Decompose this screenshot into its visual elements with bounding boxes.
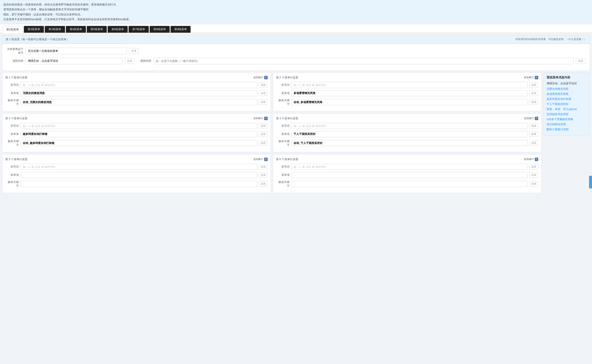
checkbox-3[interactable] bbox=[264, 117, 268, 120]
keyword-input-4[interactable] bbox=[291, 140, 528, 146]
tab-4[interactable]: 第4组菜单 bbox=[66, 26, 86, 33]
add-newline-1[interactable]: 追加换行 bbox=[253, 76, 268, 79]
menu-card-header-4: 第 4 个菜单行设置 追加换行 bbox=[276, 117, 538, 120]
name-field-badge: 必填 bbox=[129, 48, 139, 54]
prefix-input-1[interactable] bbox=[20, 82, 257, 88]
prefix-label-5: 前导词 bbox=[5, 165, 19, 169]
menuitem-input-2[interactable] bbox=[291, 90, 528, 96]
keyword-input-2[interactable] bbox=[291, 99, 528, 105]
menu-card-title-3: 第 3 个菜单行设置 bbox=[5, 117, 27, 120]
preview-item-9[interactable]: 酷炫大屏接口定制 bbox=[547, 128, 587, 131]
preview-item-6[interactable]: 支持超多消息类型 bbox=[547, 112, 587, 116]
prefix-badge-5: 选填 bbox=[259, 164, 268, 169]
preview-top-text: 增强互动，点击蓝字试试 bbox=[547, 82, 587, 85]
tab-5[interactable]: 第5组菜单 bbox=[87, 26, 107, 33]
keyword-row-1: 触发关键字 选填 bbox=[5, 98, 268, 106]
preview-item-8[interactable]: 强大的粉丝管理 bbox=[547, 123, 587, 126]
tab-8[interactable]: 第8组菜单 bbox=[150, 26, 170, 33]
name-field-label: 为本菜单起个名字 bbox=[7, 47, 23, 55]
menu-card-title-2: 第 2 个菜单行设置 bbox=[276, 76, 298, 79]
checkbox-6[interactable] bbox=[535, 158, 538, 161]
prefix-input-6[interactable] bbox=[291, 164, 528, 170]
bottom-content-label: 底部内容 bbox=[136, 59, 151, 63]
prefix-row-2: 前导词 选填 bbox=[276, 82, 538, 88]
tab-6[interactable]: 第6组菜单 bbox=[108, 26, 128, 33]
keyword-input-6[interactable] bbox=[291, 181, 528, 187]
menu-card-header-2: 第 2 个菜单行设置 追加换行 bbox=[276, 76, 538, 79]
keyword-label-6: 触发关键字 bbox=[276, 180, 289, 188]
menuitem-label-1: 菜单项 bbox=[5, 91, 19, 95]
keyword-input-1[interactable] bbox=[20, 99, 257, 105]
menuitem-badge-6: 必填 bbox=[529, 172, 538, 178]
menu-card-4: 第 4 个菜单行设置 追加换行 前导词 选填 菜单项 必填 触发关键字 选填 bbox=[273, 113, 542, 152]
prefix-label-4: 前导词 bbox=[276, 124, 289, 128]
tab-7[interactable]: 第7组菜单 bbox=[128, 26, 148, 33]
name-field-input[interactable] bbox=[26, 48, 127, 54]
menu-card-header-5: 第 5 个菜单行设置 追加换行 bbox=[5, 157, 268, 161]
keyword-badge-4: 选填 bbox=[529, 140, 538, 146]
bottom-content-input[interactable] bbox=[154, 58, 574, 64]
preview-col: 预览菜单消息内容 增强互动，点击蓝字试试 无限次的推送消息多场景营销无死角超多纬… bbox=[544, 72, 590, 195]
checkbox-2[interactable] bbox=[535, 76, 538, 79]
menuitem-input-6[interactable] bbox=[291, 172, 528, 178]
keyword-badge-1: 选填 bbox=[259, 99, 268, 105]
prefix-input-2[interactable] bbox=[291, 82, 528, 88]
add-newline-6[interactable]: 追加换行 bbox=[524, 157, 538, 161]
checkbox-1[interactable] bbox=[264, 76, 268, 79]
keyword-input-3[interactable] bbox=[20, 140, 257, 146]
menuitem-label-5: 菜单项 bbox=[5, 173, 19, 177]
menuitem-input-1[interactable] bbox=[20, 90, 257, 96]
prefix-input-3[interactable] bbox=[20, 123, 257, 129]
keyword-badge-5: 选填 bbox=[259, 181, 268, 187]
menu-card-header-3: 第 3 个菜单行设置 追加换行 bbox=[5, 117, 268, 120]
prefix-row-3: 前导词 选填 bbox=[5, 123, 268, 129]
prefix-input-4[interactable] bbox=[291, 123, 528, 129]
add-newline-2[interactable]: 追加换行 bbox=[524, 76, 538, 79]
preview-item-4[interactable]: 千人千面投其所好 bbox=[547, 102, 587, 106]
menu-card-title-1: 第 1 个菜单行设置 bbox=[5, 76, 27, 79]
tab-2[interactable]: 第2组菜单 bbox=[24, 26, 44, 33]
add-newline-4[interactable]: 追加换行 bbox=[524, 117, 538, 120]
menu-card-title-5: 第 5 个菜单行设置 bbox=[5, 157, 27, 161]
add-newline-5[interactable]: 追加换行 bbox=[253, 157, 268, 161]
keyword-row-3: 触发关键字 选填 bbox=[5, 139, 268, 147]
keyword-row-2: 触发关键字 选填 bbox=[276, 98, 538, 106]
keyword-row-6: 触发关键字 选填 bbox=[276, 180, 538, 188]
menuitem-row-3: 菜单项 必填 bbox=[5, 131, 268, 137]
checkbox-5[interactable] bbox=[264, 158, 268, 161]
tab-3[interactable]: 第3组菜单 bbox=[45, 26, 65, 33]
tab-9[interactable]: 第9组菜单 bbox=[170, 26, 191, 33]
menuitem-row-2: 菜单项 必填 bbox=[276, 90, 538, 96]
preview-item-3[interactable]: 超多纬度自动打标签 bbox=[547, 97, 587, 101]
add-newline-3[interactable]: 追加换行 bbox=[253, 117, 268, 120]
menuitem-badge-3: 必填 bbox=[259, 131, 268, 137]
menu-card-title-4: 第 4 个菜单行设置 bbox=[276, 117, 298, 120]
menuitem-input-3[interactable] bbox=[20, 131, 257, 137]
menuitem-label-2: 菜单项 bbox=[276, 91, 289, 95]
top-info-bar: 提供向粉丝推送一组菜单的内容，粉丝点击菜单即可触发对应的关键词，更容易刺激互动行… bbox=[0, 0, 592, 24]
menu-col-left: 第 1 个菜单行设置 追加换行 前导词 选填 菜单项 必填 触发关键字 选填 第… bbox=[2, 72, 271, 195]
preview-item-1[interactable]: 无限次的推送消息 bbox=[547, 87, 587, 91]
prefix-badge-3: 选填 bbox=[259, 123, 268, 129]
prefix-label-1: 前导词 bbox=[5, 83, 19, 87]
menu-card-header-1: 第 1 个菜单行设置 追加换行 bbox=[5, 76, 268, 79]
top-content-input[interactable] bbox=[26, 58, 123, 64]
preview-item-5[interactable]: 群发、单发、导入openid bbox=[547, 107, 587, 111]
tab-1[interactable]: 第1组菜单 bbox=[2, 26, 23, 33]
menuitem-row-1: 菜单项 必填 bbox=[5, 90, 268, 96]
scrollbar-indicator[interactable] bbox=[589, 176, 592, 188]
menu-col-right: 第 2 个菜单行设置 追加换行 前导词 选填 菜单项 必填 触发关键字 选填 第… bbox=[273, 72, 542, 195]
checkbox-4[interactable] bbox=[535, 117, 538, 120]
prefix-label-3: 前导词 bbox=[5, 124, 19, 128]
preview-item-2[interactable]: 多场景营销无死角 bbox=[547, 92, 587, 96]
prefix-row-4: 前导词 选填 bbox=[276, 123, 538, 129]
section-header-right: 所有填写的内容都支持变量，可以随意发挥。（什么是变量↗） bbox=[515, 38, 586, 41]
preview-item-7[interactable]: 100多个变量随意替换 bbox=[547, 117, 587, 121]
menuitem-input-4[interactable] bbox=[291, 131, 528, 137]
keyword-input-5[interactable] bbox=[20, 181, 257, 187]
menu-card-5: 第 5 个菜单行设置 追加换行 前导词 选填 菜单项 必填 触发关键字 选填 bbox=[2, 154, 271, 193]
section-header-left: 第 1 组设置（每一组都可以看做是一个独立的菜单） bbox=[6, 38, 69, 41]
menuitem-input-5[interactable] bbox=[20, 172, 257, 178]
keyword-badge-2: 选填 bbox=[529, 99, 538, 105]
prefix-input-5[interactable] bbox=[20, 164, 257, 170]
